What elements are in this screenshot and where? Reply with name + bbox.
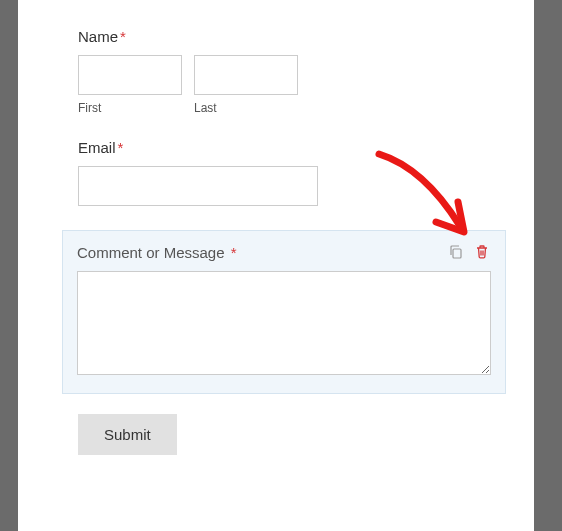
submit-button[interactable]: Submit <box>78 414 177 455</box>
comment-header: Comment or Message * <box>77 243 491 261</box>
last-name-col: Last <box>194 55 298 115</box>
duplicate-button[interactable] <box>447 243 465 261</box>
trash-icon <box>474 244 490 260</box>
first-name-col: First <box>78 55 182 115</box>
comment-field-block[interactable]: Comment or Message * <box>62 230 506 394</box>
last-sublabel: Last <box>194 101 298 115</box>
comment-label-text: Comment or Message <box>77 244 225 261</box>
first-name-input[interactable] <box>78 55 182 95</box>
comment-label: Comment or Message * <box>77 244 237 261</box>
required-asterisk: * <box>118 139 124 156</box>
svg-rect-0 <box>453 249 461 258</box>
name-inputs-row: First Last <box>78 55 506 115</box>
name-field: Name* First Last <box>78 28 506 115</box>
required-asterisk: * <box>120 28 126 45</box>
form-panel: Name* First Last Email* Comment or Messa… <box>18 0 534 531</box>
comment-textarea[interactable] <box>77 271 491 375</box>
first-sublabel: First <box>78 101 182 115</box>
field-actions <box>447 243 491 261</box>
duplicate-icon <box>448 244 464 260</box>
email-label-text: Email <box>78 139 116 156</box>
last-name-input[interactable] <box>194 55 298 95</box>
email-field: Email* <box>78 139 506 206</box>
email-label: Email* <box>78 139 506 156</box>
name-label: Name* <box>78 28 506 45</box>
name-label-text: Name <box>78 28 118 45</box>
delete-button[interactable] <box>473 243 491 261</box>
email-input[interactable] <box>78 166 318 206</box>
required-asterisk: * <box>227 244 237 261</box>
